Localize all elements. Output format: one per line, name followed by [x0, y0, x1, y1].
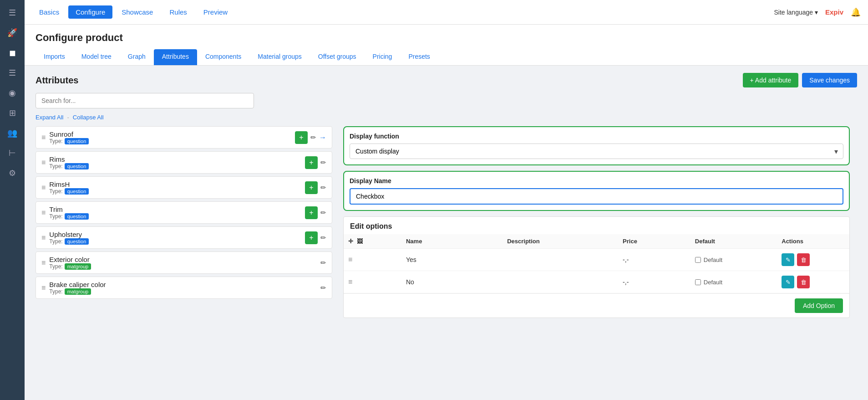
edit-option-button[interactable]: ✎ [782, 253, 794, 266]
attr-name: Exterior color [49, 256, 317, 263]
attr-item-left: Exterior color Type: matgroup [49, 256, 317, 270]
attr-type: Type: question [49, 188, 301, 195]
drag-handle-icon[interactable]: ≡ [41, 159, 46, 167]
row-drag-icon[interactable]: ≡ [348, 278, 352, 286]
attr-item-left: Brake caliper color Type: matgroup [49, 281, 317, 295]
row-drag-cell: ≡ [344, 271, 401, 293]
display-name-input[interactable] [350, 188, 843, 205]
edit-icon-button[interactable]: ✏ [320, 184, 326, 192]
default-checkbox[interactable] [695, 257, 701, 263]
col-price: Price [618, 234, 690, 249]
row-actions: ✎ 🗑 [782, 276, 845, 288]
add-child-button[interactable]: + [295, 131, 308, 144]
attr-name: Rims [49, 155, 301, 163]
chart-icon[interactable]: ◉ [3, 84, 21, 102]
rocket-icon[interactable]: 🚀 [3, 24, 21, 42]
brand-logo: Expiv [825, 8, 843, 16]
tab-rules[interactable]: Rules [162, 5, 194, 19]
attributes-section: Attributes + Add attribute Save changes … [25, 66, 868, 400]
attr-item-actions: + ✏ [305, 206, 326, 219]
add-child-button[interactable]: + [305, 156, 318, 169]
edit-icon-button[interactable]: ✏ [310, 133, 316, 142]
save-changes-button[interactable]: Save changes [802, 73, 857, 87]
add-attribute-button[interactable]: + Add attribute [743, 73, 799, 87]
attr-item-left: Upholstery Type: question [49, 231, 301, 245]
table-row: ≡ No -,- Default [344, 271, 849, 293]
attr-item-left: RimsH Type: question [49, 180, 301, 195]
tab-material-groups[interactable]: Material groups [249, 49, 310, 65]
row-drag-cell: ≡ [344, 249, 401, 271]
edit-icon-button[interactable]: ✏ [320, 209, 326, 217]
add-child-button[interactable]: + [305, 206, 318, 219]
col-description: Description [503, 234, 618, 249]
edit-icon-button[interactable]: ✏ [320, 259, 326, 267]
tab-graph[interactable]: Graph [120, 49, 154, 65]
type-badge: question [65, 138, 89, 144]
move-icon: ✛ [348, 238, 353, 245]
option-desc-cell [503, 249, 618, 271]
add-option-button[interactable]: Add Option [795, 298, 843, 313]
option-name-cell: No [401, 271, 503, 293]
search-input[interactable] [36, 93, 254, 108]
add-child-button[interactable]: + [305, 231, 318, 244]
drag-handle-icon[interactable]: ≡ [41, 284, 46, 292]
col-actions: Actions [777, 234, 849, 249]
edit-icon-button[interactable]: ✏ [320, 159, 326, 167]
drag-handle-icon[interactable]: ≡ [41, 234, 46, 242]
drag-handle-icon[interactable]: ≡ [41, 184, 46, 192]
tab-model-tree[interactable]: Model tree [73, 49, 120, 65]
edit-option-button[interactable]: ✎ [782, 276, 794, 288]
expand-all-button[interactable]: Expand All [36, 114, 63, 121]
type-badge: matgroup [65, 288, 91, 295]
options-table: ✛ 🖼 Name Description Price Default Actio… [344, 234, 849, 293]
tab-basics[interactable]: Basics [32, 5, 66, 19]
menu-icon[interactable]: ☰ [3, 4, 21, 22]
right-panel: Display function Custom display Default … [336, 126, 857, 393]
delete-option-button[interactable]: 🗑 [797, 253, 810, 266]
tab-showcase[interactable]: Showcase [114, 5, 160, 19]
tab-pricing[interactable]: Pricing [365, 49, 401, 65]
collapse-all-button[interactable]: Collapse All [73, 114, 104, 121]
edit-options-title: Edit options [344, 217, 849, 234]
hierarchy-icon[interactable]: ⊢ [3, 144, 21, 162]
site-language-dropdown[interactable]: Site language ▾ [774, 9, 818, 16]
tab-offset-groups[interactable]: Offset groups [310, 49, 365, 65]
tab-configure[interactable]: Configure [68, 5, 112, 19]
page-content: Configure product Imports Model tree Gra… [25, 25, 868, 400]
table-row: ≡ Yes -,- Default [344, 249, 849, 271]
list-icon[interactable]: ☰ [3, 64, 21, 82]
option-actions-cell: ✎ 🗑 [777, 249, 849, 271]
cube-icon[interactable]: ◼ [3, 44, 21, 62]
default-checkbox[interactable] [695, 279, 701, 285]
option-default-cell: Default [690, 249, 777, 271]
type-badge: question [65, 238, 89, 245]
settings-icon[interactable]: ⚙ [3, 164, 21, 182]
display-function-label: Display function [350, 133, 843, 140]
row-drag-icon[interactable]: ≡ [348, 256, 352, 263]
drag-handle-icon[interactable]: ≡ [41, 209, 46, 217]
tab-preview[interactable]: Preview [196, 5, 235, 19]
attributes-title: Attributes [36, 75, 78, 86]
attr-item-actions: + ✏ → [295, 131, 326, 144]
display-name-section: Display Name [343, 171, 850, 211]
type-badge: question [65, 163, 89, 169]
option-default-cell: Default [690, 271, 777, 293]
delete-option-button[interactable]: 🗑 [797, 276, 810, 288]
tab-presets[interactable]: Presets [400, 49, 438, 65]
edit-icon-button[interactable]: ✏ [320, 234, 326, 242]
tab-attributes[interactable]: Attributes [154, 49, 197, 65]
tab-imports[interactable]: Imports [36, 49, 73, 65]
drag-handle-icon[interactable]: ≡ [41, 133, 46, 142]
table-icon[interactable]: ⊞ [3, 104, 21, 122]
drag-handle-icon[interactable]: ≡ [41, 259, 46, 267]
display-function-select[interactable]: Custom display Default display Hidden [350, 144, 843, 159]
bell-icon[interactable]: 🔔 [851, 7, 861, 17]
attr-type: Type: question [49, 163, 301, 169]
edit-icon-button[interactable]: ✏ [320, 284, 326, 292]
users-icon[interactable]: 👥 [3, 124, 21, 142]
tab-components[interactable]: Components [197, 49, 249, 65]
add-child-button[interactable]: + [305, 181, 318, 194]
navigate-arrow-button[interactable]: → [319, 133, 326, 142]
expand-collapse: Expand All - Collapse All [36, 114, 857, 121]
page-title: Configure product [36, 32, 857, 44]
